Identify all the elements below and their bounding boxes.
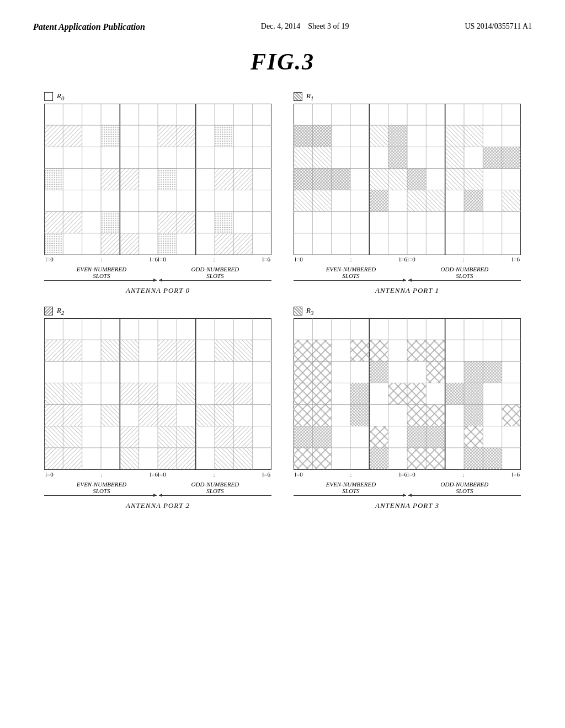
svg-rect-29 [158,168,177,190]
svg-rect-142 [445,383,483,404]
slot-labels-R0: EVEN-NUMBERED SLOTS ODD-NUMBERED SLOTS [44,266,271,279]
svg-rect-26 [215,125,233,147]
svg-rect-65 [294,168,350,190]
slot-labels-R3: EVEN-NUMBERED SLOTS ODD-NUMBERED SLOTS [294,481,521,494]
svg-rect-72 [464,190,483,211]
antenna-port-0-label: ANTENNA PORT 0 [126,286,190,295]
svg-rect-67 [407,168,426,190]
svg-rect-137 [426,361,445,383]
svg-rect-149 [369,426,388,448]
legend-r0 [44,92,53,101]
svg-rect-150 [407,426,445,448]
svg-rect-134 [407,340,445,361]
diagram-R1-label: R1 [294,92,313,101]
svg-rect-24 [101,125,120,147]
svg-rect-106 [158,426,196,448]
svg-rect-70 [369,190,388,211]
header-date-sheet: Dec. 4, 2014 Sheet 3 of 19 [261,22,349,31]
grid-R3 [294,318,521,470]
svg-rect-58 [369,125,388,147]
svg-rect-95 [215,340,253,361]
svg-rect-145 [407,404,445,426]
slot-labels-R2: EVEN-NUMBERED SLOTS ODD-NUMBERED SLOTS [44,481,271,494]
svg-rect-99 [215,383,253,404]
svg-rect-37 [158,233,177,255]
svg-rect-100 [44,404,82,426]
svg-rect-71 [407,190,445,211]
svg-rect-101 [101,404,120,426]
grid-R2 [44,318,271,470]
svg-rect-61 [294,147,332,168]
svg-rect-73 [502,190,521,211]
svg-rect-133 [350,340,388,361]
arrow-row-R2 [44,495,271,496]
arrow-even-R1 [294,280,406,281]
svg-rect-153 [369,448,388,470]
grid-R0 [44,104,271,255]
svg-rect-93 [101,340,139,361]
svg-rect-105 [120,426,138,448]
svg-rect-147 [502,404,521,426]
svg-rect-63 [445,147,464,168]
svg-rect-35 [44,233,63,255]
diagram-R1: R1 [294,92,521,295]
x-axis-R0: l=0 : l=6l=0 : l=6 [44,256,271,263]
figure-title: FIG.3 [33,49,532,75]
arrow-odd-R1 [408,280,521,281]
legend-r2 [44,307,53,315]
antenna-port-3-label: ANTENNA PORT 3 [375,501,439,510]
svg-rect-25 [158,125,196,147]
svg-rect-98 [177,383,195,404]
antenna-port-2-label: ANTENNA PORT 2 [126,501,190,510]
svg-rect-57 [294,125,332,147]
svg-rect-132 [294,340,332,361]
arrow-even-R3 [294,495,406,496]
svg-rect-140 [350,383,369,404]
svg-rect-144 [350,404,369,426]
svg-rect-148 [294,426,332,448]
diagram-R0: R0 [44,92,271,295]
diagram-R2-label: R2 [44,306,64,316]
svg-rect-68 [445,168,483,190]
arrow-odd-R0 [159,280,271,281]
x-axis-R3: l=0 : l=6l=0 : l=6 [294,471,521,478]
svg-rect-97 [120,383,158,404]
svg-rect-151 [464,426,483,448]
legend-r3 [294,307,302,315]
svg-rect-36 [101,233,139,255]
arrow-even-R2 [44,495,157,496]
svg-rect-27 [44,168,63,190]
svg-rect-138 [464,361,502,383]
svg-rect-141 [388,383,427,404]
svg-rect-102 [139,404,177,426]
svg-rect-69 [294,190,332,211]
diagram-R0-label: R0 [44,92,64,101]
svg-rect-64 [483,147,521,168]
svg-rect-143 [294,404,332,426]
diagram-R3-label: R3 [294,306,313,316]
svg-rect-111 [215,448,253,470]
page-header: Patent Application Publication Dec. 4, 2… [33,22,532,32]
x-axis-R2: l=0 : l=6l=0 : l=6 [44,471,271,478]
svg-rect-136 [369,361,388,383]
svg-rect-154 [407,448,445,470]
arrow-even-R0 [44,280,157,281]
svg-rect-135 [294,361,332,383]
arrow-odd-R2 [159,495,271,496]
slot-labels-R1: EVEN-NUMBERED SLOTS ODD-NUMBERED SLOTS [294,266,521,279]
svg-rect-92 [44,340,82,361]
svg-rect-107 [215,426,253,448]
diagram-R2: R2 [44,306,271,510]
svg-rect-33 [158,211,196,233]
diagrams-grid: R0 [44,92,521,510]
patent-number: US 2014/0355711 A1 [465,22,532,31]
svg-rect-38 [215,233,253,255]
svg-rect-62 [388,147,407,168]
svg-rect-32 [101,211,120,233]
publication-title: Patent Application Publication [33,22,145,32]
grid-R1 [294,104,521,255]
legend-r1 [294,92,302,101]
svg-rect-34 [215,211,233,233]
arrow-row-R1 [294,280,521,281]
x-axis-R1: l=0 : l=6l=0 : l=6 [294,256,521,263]
